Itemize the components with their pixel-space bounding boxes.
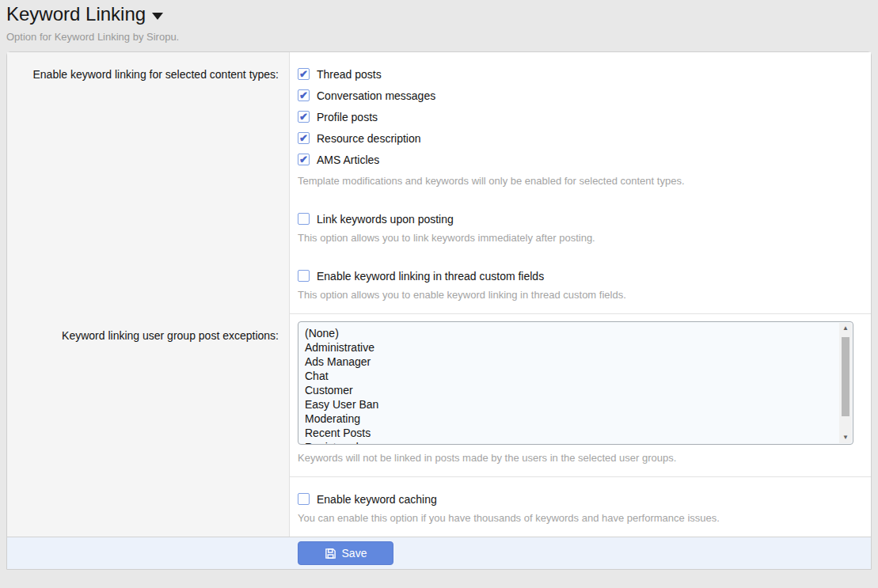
scroll-up-icon[interactable]: ▲ xyxy=(842,323,849,334)
list-item[interactable]: (None) xyxy=(305,326,853,340)
checkbox-icon[interactable]: ✔ xyxy=(298,68,310,80)
checkbox-label[interactable]: Conversation messages xyxy=(317,89,435,102)
checkbox-icon[interactable]: ✔ xyxy=(298,154,310,165)
content-types-hint: Template modifications and keywords will… xyxy=(298,175,863,187)
checkbox-label[interactable]: Thread posts xyxy=(317,68,382,81)
checkbox-icon[interactable]: ✔ xyxy=(298,213,310,225)
caching-controls: ✔ Enable keyword caching You can enable … xyxy=(290,476,871,537)
checkbox-conversation-messages[interactable]: ✔ Conversation messages xyxy=(298,85,863,106)
checkbox-icon[interactable]: ✔ xyxy=(298,493,310,505)
checkbox-label[interactable]: Profile posts xyxy=(317,111,378,123)
user-group-list: (None) Administrative Ads Manager Chat C… xyxy=(298,322,853,445)
save-button-label: Save xyxy=(342,547,367,560)
checkbox-ams-articles[interactable]: ✔ AMS Articles xyxy=(298,149,863,170)
check-icon: ✔ xyxy=(299,90,308,101)
content-types-controls: ✔ Thread posts ✔ Conversation messages ✔… xyxy=(290,52,871,313)
checkbox-link-upon-posting[interactable]: ✔ Link keywords upon posting xyxy=(298,208,863,230)
user-group-multiselect[interactable]: (None) Administrative Ads Manager Chat C… xyxy=(298,321,853,445)
list-item[interactable]: Chat xyxy=(305,369,853,383)
checkbox-icon[interactable]: ✔ xyxy=(298,111,310,123)
title-menu-arrow-icon[interactable] xyxy=(152,13,163,20)
link-upon-posting-hint: This option allows you to link keywords … xyxy=(298,232,863,244)
checkbox-icon[interactable]: ✔ xyxy=(298,89,310,101)
group-exceptions-controls: (None) Administrative Ads Manager Chat C… xyxy=(290,313,871,476)
checkbox-label[interactable]: Enable keyword caching xyxy=(317,493,437,506)
check-icon: ✔ xyxy=(299,133,308,143)
page-subtitle: Option for Keyword Linking by Siropu. xyxy=(6,31,872,43)
checkbox-label[interactable]: Enable keyword linking in thread custom … xyxy=(317,270,544,283)
checkbox-label[interactable]: Link keywords upon posting xyxy=(317,213,454,226)
caching-label-cell xyxy=(7,476,290,537)
checkbox-thread-posts[interactable]: ✔ Thread posts xyxy=(298,63,863,85)
checkbox-thread-custom-fields[interactable]: ✔ Enable keyword linking in thread custo… xyxy=(298,265,863,286)
checkbox-label[interactable]: Resource description xyxy=(317,132,421,145)
page-title-text: Keyword Linking xyxy=(6,2,146,26)
page-title: Keyword Linking xyxy=(6,2,872,26)
list-item[interactable]: Easy User Ban xyxy=(305,397,853,412)
panel-footer: Save xyxy=(7,537,871,569)
group-exceptions-label: Keyword linking user group post exceptio… xyxy=(7,313,290,476)
check-icon: ✔ xyxy=(299,69,308,79)
checkbox-icon[interactable]: ✔ xyxy=(298,132,310,144)
checkbox-profile-posts[interactable]: ✔ Profile posts xyxy=(298,106,863,127)
checkbox-enable-keyword-caching[interactable]: ✔ Enable keyword caching xyxy=(298,488,863,510)
page-header: Keyword Linking Option for Keyword Linki… xyxy=(0,0,878,43)
content-types-label: Enable keyword linking for selected cont… xyxy=(7,52,290,313)
checkbox-icon[interactable]: ✔ xyxy=(298,270,310,282)
listbox-scrollbar[interactable]: ▲ ▼ xyxy=(839,323,852,443)
list-item[interactable]: Customer xyxy=(305,383,853,397)
caching-hint: You can enable this option if you have t… xyxy=(298,512,863,524)
scroll-down-icon[interactable]: ▼ xyxy=(842,432,849,443)
list-item[interactable]: Ads Manager xyxy=(305,355,853,369)
check-icon: ✔ xyxy=(299,154,308,165)
list-item[interactable]: Recent Posts xyxy=(305,426,853,440)
group-exceptions-hint: Keywords will not be linked in posts mad… xyxy=(298,452,863,464)
scrollbar-thumb[interactable] xyxy=(842,337,849,416)
list-item[interactable]: Administrative xyxy=(305,340,853,355)
list-item[interactable]: Registered xyxy=(305,440,853,445)
checkbox-label[interactable]: AMS Articles xyxy=(317,154,379,166)
save-button[interactable]: Save xyxy=(298,541,393,565)
options-panel: Enable keyword linking for selected cont… xyxy=(6,51,872,570)
checkbox-resource-description[interactable]: ✔ Resource description xyxy=(298,127,863,149)
list-item[interactable]: Moderating xyxy=(305,412,853,426)
thread-custom-fields-hint: This option allows you to enable keyword… xyxy=(298,289,863,301)
save-icon xyxy=(325,548,336,560)
check-icon: ✔ xyxy=(299,112,308,122)
